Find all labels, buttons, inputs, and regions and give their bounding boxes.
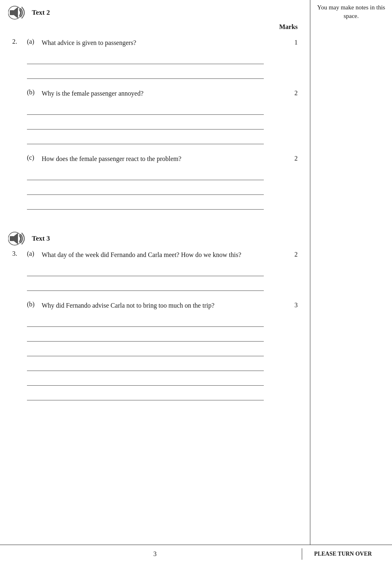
q3b-marks: 3 [277,301,302,309]
q2c-spacer [12,154,24,161]
answer-line [27,66,264,79]
marks-column-header: Marks [8,23,302,31]
q2c-label: (c) [27,154,39,161]
question-3-block: 3. (a) What day of the week did Fernando… [8,250,302,400]
question-2c-row: (c) How does the female passenger react … [12,154,302,164]
question-2b: (b) Why is the female passenger annoyed?… [12,89,302,144]
footer-turn-over: PLEASE TURN OVER [302,549,384,559]
notes-panel [310,34,392,545]
q2b-marks: 2 [277,89,302,97]
q2a-text: What advice is given to passengers? [42,38,277,48]
audio-icon-text3 [8,231,28,246]
answer-line [27,278,264,291]
q3a-marks: 2 [277,250,302,258]
audio-icon-text2 [8,5,28,20]
q2-number: 2. [12,38,24,45]
answer-line [27,373,264,386]
answer-line [27,343,264,356]
q2a-answer-area [12,51,302,79]
question-3a: 3. (a) What day of the week did Fernando… [12,250,302,291]
q2b-spacer [12,89,24,96]
answer-line [27,263,264,276]
svg-marker-4 [14,233,18,244]
q3a-answer-area [12,263,302,291]
answer-line [27,358,264,371]
main-content: 2. (a) What advice is given to passenger… [0,34,392,545]
header-left: Text 2 Marks [0,0,310,34]
answer-line [27,314,264,327]
left-panel: 2. (a) What advice is given to passenger… [0,34,310,545]
answer-line [27,51,264,64]
exam-page: Text 2 Marks You may make notes in this … [0,0,392,563]
question-3b: (b) Why did Fernando advise Carla not to… [12,301,302,400]
answer-line [27,387,264,400]
answer-line [27,131,264,144]
q3a-text: What day of the week did Fernando and Ca… [42,250,277,260]
question-2a-row: 2. (a) What advice is given to passenger… [12,38,302,48]
svg-marker-1 [14,7,18,18]
text2-title: Text 2 [32,9,50,17]
answer-line [27,328,264,342]
header-row: Text 2 Marks You may make notes in this … [0,0,392,34]
question-2-block: 2. (a) What advice is given to passenger… [8,38,302,210]
text3-title: Text 3 [32,235,50,243]
q2c-marks: 2 [277,154,302,162]
question-2a: 2. (a) What advice is given to passenger… [12,38,302,79]
q2b-answer-area [12,102,302,144]
q2a-label: (a) [27,38,39,45]
q3b-spacer [12,301,24,308]
svg-rect-0 [10,10,14,15]
question-2c: (c) How does the female passenger react … [12,154,302,210]
q3b-label: (b) [27,301,39,308]
footer-page-number: 3 [8,548,302,560]
q3-number: 3. [12,250,24,257]
question-3a-row: 3. (a) What day of the week did Fernando… [12,250,302,260]
q3b-text: Why did Fernando advise Carla not to bri… [42,301,277,311]
q2c-answer-area [12,167,302,210]
text3-header: Text 3 [8,231,302,246]
q2c-text: How does the female passenger react to t… [42,154,277,164]
q3a-label: (a) [27,250,39,257]
q2b-text: Why is the female passenger annoyed? [42,89,277,98]
answer-line [27,182,264,195]
notes-header: You may make notes in this space. [310,0,392,34]
question-2b-row: (b) Why is the female passenger annoyed?… [12,89,302,98]
q2a-marks: 1 [277,38,302,46]
answer-line [27,197,264,210]
svg-rect-3 [10,236,14,241]
question-3b-row: (b) Why did Fernando advise Carla not to… [12,301,302,311]
answer-line [27,102,264,115]
answer-line [27,167,264,180]
q2b-label: (b) [27,89,39,96]
footer: 3 PLEASE TURN OVER [0,545,392,563]
answer-line [27,116,264,130]
q3b-answer-area [12,314,302,400]
text2-header: Text 2 [8,5,302,20]
